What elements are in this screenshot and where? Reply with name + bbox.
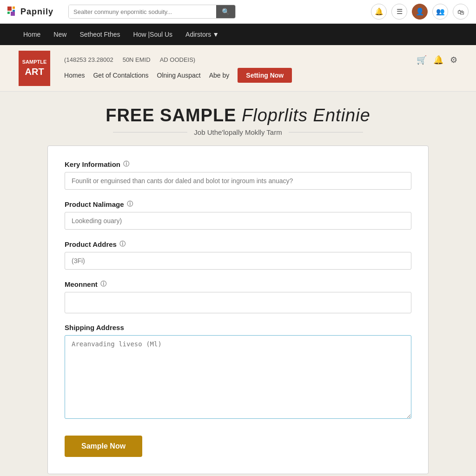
product-address-input[interactable] (65, 252, 411, 270)
shipping-textarea[interactable] (65, 335, 411, 419)
search-bar: 🔍 (68, 5, 236, 19)
brand-bar-inner: (148253 23.28002 50N EMID AD OODEIS) 🛒 🔔… (64, 50, 457, 86)
brand-row-top: (148253 23.28002 50N EMID AD OODEIS) 🛒 🔔… (64, 50, 457, 68)
sample-form-card: Kery Information ⓘ Product Nalimage ⓘ Pr… (47, 145, 429, 474)
page-subtitle: Job Uthe'lopally Moklly Tarm (187, 128, 288, 136)
product-address-info-icon: ⓘ (119, 240, 126, 248)
main-nav: Home New Setheot Fthes How |Soul Us Adir… (0, 24, 476, 45)
meonnent-group: Meonnent ⓘ (65, 280, 411, 313)
key-info-group: Kery Information ⓘ (65, 160, 411, 190)
key-info-input[interactable] (65, 172, 411, 190)
cart-icon[interactable]: 🛒 (416, 55, 427, 65)
sub-nav-dining[interactable]: Olning Auspact (157, 72, 201, 79)
product-name-info-icon: ⓘ (127, 200, 133, 208)
user-icon[interactable]: 👤 (412, 4, 428, 20)
brand-logo: SAMPTLE ART (19, 51, 50, 86)
chevron-down-icon: ▼ (212, 31, 219, 38)
brand-bar: SAMPTLE ART (148253 23.28002 50N EMID AD… (0, 45, 476, 92)
logo-area: Papnily (7, 7, 53, 17)
page-title: FREE SAMPLE Floprlits Entinie (19, 106, 457, 126)
bookmark-icon[interactable]: 🔔 (433, 55, 443, 65)
sub-nav-homes[interactable]: Homes (64, 72, 85, 79)
nav-home[interactable]: Home (19, 29, 45, 40)
shipping-label: Shipping Address (65, 324, 411, 331)
top-bar: Papnily 🔍 🔔 ☰ 👤 👥 🛍 (0, 0, 476, 24)
key-info-label: Kery Information ⓘ (65, 160, 411, 168)
notification-icon[interactable]: 🔔 (371, 4, 387, 20)
brand-icons: 🛒 🔔 ⚙ (416, 55, 457, 65)
search-button[interactable]: 🔍 (216, 5, 235, 18)
svg-rect-3 (7, 12, 10, 14)
page-content: FREE SAMPLE Floprlits Entinie Job Uthe'l… (0, 92, 476, 476)
key-info-icon: ⓘ (123, 160, 129, 168)
account-icon[interactable]: 👥 (432, 4, 448, 20)
meonnent-label: Meonnent ⓘ (65, 280, 411, 288)
sub-nav-contact[interactable]: Get of Contalctions (93, 72, 148, 79)
brand-contact: (148253 23.28002 50N EMID AD OODEIS) (64, 56, 195, 63)
svg-rect-4 (11, 12, 15, 16)
product-name-group: Product Nalimage ⓘ (65, 200, 411, 230)
sample-now-button[interactable]: Sample Now (65, 436, 142, 457)
meonnent-input[interactable] (65, 292, 411, 313)
brand-logo-line1: SAMPTLE (22, 59, 47, 65)
meonnent-info-icon: ⓘ (100, 280, 106, 288)
sub-nav: Homes Get of Contalctions Olning Auspact… (64, 68, 457, 86)
top-icons: 🔔 ☰ 👤 👥 🛍 (371, 4, 469, 20)
bag-icon[interactable]: 🛍 (453, 4, 469, 20)
nav-adirstors[interactable]: Adirstors ▼ (181, 29, 224, 40)
setting-now-button[interactable]: Setting Now (238, 68, 292, 83)
product-address-label: Product Addres ⓘ (65, 240, 411, 248)
nav-setheot[interactable]: Setheot Fthes (75, 29, 125, 40)
nav-how[interactable]: How |Soul Us (129, 29, 178, 40)
logo-text: Papnily (20, 7, 53, 17)
product-name-label: Product Nalimage ⓘ (65, 200, 411, 208)
title-separator: Job Uthe'lopally Moklly Tarm (19, 128, 457, 136)
menu-icon[interactable]: ☰ (391, 4, 407, 20)
settings-icon[interactable]: ⚙ (450, 55, 457, 65)
svg-rect-0 (7, 7, 12, 11)
shipping-group: Shipping Address (65, 324, 411, 421)
product-name-input[interactable] (65, 212, 411, 230)
brand-logo-line2: ART (25, 66, 44, 78)
sub-nav-abe[interactable]: Abe by (209, 72, 230, 79)
nav-new[interactable]: New (49, 29, 71, 40)
search-input[interactable] (69, 5, 216, 18)
product-address-group: Product Addres ⓘ (65, 240, 411, 270)
logo-icon (7, 7, 18, 17)
svg-rect-1 (13, 7, 15, 9)
